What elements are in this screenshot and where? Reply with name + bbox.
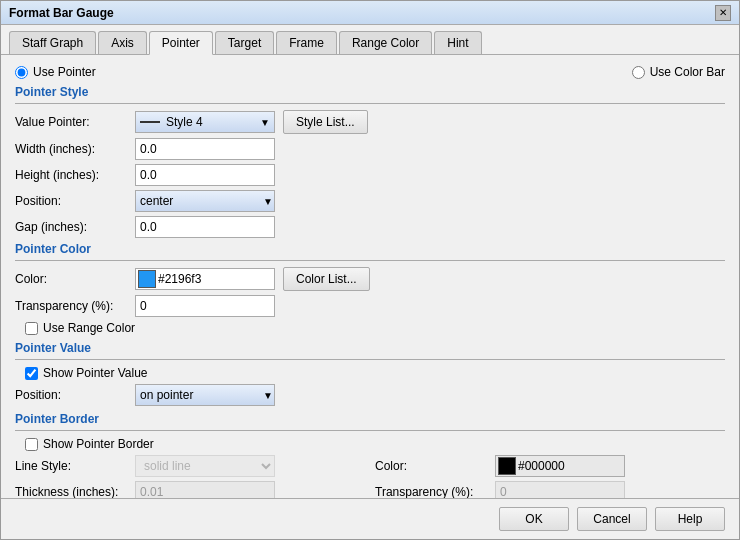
chevron-down-icon: ▼ — [260, 117, 270, 128]
tab-hint[interactable]: Hint — [434, 31, 481, 54]
show-pointer-border-checkbox[interactable] — [25, 438, 38, 451]
value-pointer-value: Style 4 — [166, 115, 203, 129]
border-section: Line Style: solid line Thickness (inches… — [15, 455, 725, 498]
thickness-input — [135, 481, 275, 498]
border-transparency-input — [495, 481, 625, 498]
pv-position-select[interactable]: on pointer above below — [135, 384, 275, 406]
dialog-footer: OK Cancel Help — [1, 498, 739, 539]
divider-2 — [15, 260, 725, 261]
width-input[interactable] — [135, 138, 275, 160]
transparency-row: Transparency (%): — [15, 295, 725, 317]
use-range-color-row: Use Range Color — [25, 321, 725, 335]
divider-1 — [15, 103, 725, 104]
border-left-col: Line Style: solid line Thickness (inches… — [15, 455, 365, 498]
show-pointer-value-row: Show Pointer Value — [25, 366, 725, 380]
use-range-color-label: Use Range Color — [43, 321, 135, 335]
border-color-input-wrapper: #000000 — [495, 455, 625, 477]
line-style-select-wrapper: solid line — [135, 455, 275, 477]
style-list-button[interactable]: Style List... — [283, 110, 368, 134]
show-pointer-value-checkbox[interactable] — [25, 367, 38, 380]
value-pointer-row: Value Pointer: Style 4 ▼ Style List... — [15, 110, 725, 134]
thickness-row: Thickness (inches): — [15, 481, 365, 498]
border-right-col: Color: #000000 Transparency (%): — [375, 455, 725, 498]
color-label: Color: — [15, 272, 135, 286]
position-label: Position: — [15, 194, 135, 208]
pv-position-select-wrapper: on pointer above below ▼ — [135, 384, 275, 406]
height-input[interactable] — [135, 164, 275, 186]
gap-row: Gap (inches): — [15, 216, 725, 238]
use-pointer-label: Use Pointer — [33, 65, 96, 79]
color-hex-value: #2196f3 — [158, 272, 272, 286]
style-preview-line — [140, 121, 160, 123]
help-button[interactable]: Help — [655, 507, 725, 531]
border-color-swatch — [498, 457, 516, 475]
use-color-bar-radio[interactable] — [632, 66, 645, 79]
dialog-title: Format Bar Gauge — [9, 6, 114, 20]
show-pointer-border-row: Show Pointer Border — [25, 437, 725, 451]
use-pointer-radio[interactable] — [15, 66, 28, 79]
ok-button[interactable]: OK — [499, 507, 569, 531]
width-row: Width (inches): — [15, 138, 725, 160]
tab-frame[interactable]: Frame — [276, 31, 337, 54]
line-style-label: Line Style: — [15, 459, 135, 473]
cancel-button[interactable]: Cancel — [577, 507, 647, 531]
close-button[interactable]: ✕ — [715, 5, 731, 21]
use-color-bar-option: Use Color Bar — [632, 65, 725, 79]
pointer-border-section-label: Pointer Border — [15, 412, 725, 426]
position-row: Position: center left right ▼ — [15, 190, 725, 212]
line-style-select: solid line — [135, 455, 275, 477]
content-area: Use Pointer Use Color Bar Pointer Style … — [1, 55, 739, 498]
pv-position-row: Position: on pointer above below ▼ — [15, 384, 725, 406]
transparency-label: Transparency (%): — [15, 299, 135, 313]
divider-4 — [15, 430, 725, 431]
color-swatch — [138, 270, 156, 288]
dialog: Format Bar Gauge ✕ Staff Graph Axis Poin… — [0, 0, 740, 540]
position-select[interactable]: center left right — [135, 190, 275, 212]
tab-range-color[interactable]: Range Color — [339, 31, 432, 54]
width-label: Width (inches): — [15, 142, 135, 156]
use-color-bar-label: Use Color Bar — [650, 65, 725, 79]
border-transparency-label: Transparency (%): — [375, 485, 495, 498]
border-color-hex-value: #000000 — [518, 459, 622, 473]
show-pointer-border-label: Show Pointer Border — [43, 437, 154, 451]
line-style-row: Line Style: solid line — [15, 455, 365, 477]
transparency-input[interactable] — [135, 295, 275, 317]
tab-pointer[interactable]: Pointer — [149, 31, 213, 55]
pointer-value-section-label: Pointer Value — [15, 341, 725, 355]
color-row: Color: #2196f3 Color List... — [15, 267, 725, 291]
position-select-wrapper: center left right ▼ — [135, 190, 275, 212]
thickness-label: Thickness (inches): — [15, 485, 135, 498]
tab-staff-graph[interactable]: Staff Graph — [9, 31, 96, 54]
pointer-style-section-label: Pointer Style — [15, 85, 725, 99]
value-pointer-select-wrapper: Style 4 ▼ — [135, 111, 275, 133]
height-row: Height (inches): — [15, 164, 725, 186]
border-color-row: Color: #000000 — [375, 455, 725, 477]
show-pointer-value-label: Show Pointer Value — [43, 366, 148, 380]
tab-axis[interactable]: Axis — [98, 31, 147, 54]
pointer-mode-row: Use Pointer Use Color Bar — [15, 65, 725, 79]
tab-target[interactable]: Target — [215, 31, 274, 54]
color-list-button[interactable]: Color List... — [283, 267, 370, 291]
border-transparency-row: Transparency (%): — [375, 481, 725, 498]
divider-3 — [15, 359, 725, 360]
use-range-color-checkbox[interactable] — [25, 322, 38, 335]
pv-position-label: Position: — [15, 388, 135, 402]
tab-bar: Staff Graph Axis Pointer Target Frame Ra… — [1, 25, 739, 55]
title-bar: Format Bar Gauge ✕ — [1, 1, 739, 25]
border-color-label: Color: — [375, 459, 495, 473]
color-input-wrapper: #2196f3 — [135, 268, 275, 290]
height-label: Height (inches): — [15, 168, 135, 182]
value-pointer-label: Value Pointer: — [15, 115, 135, 129]
pointer-color-section-label: Pointer Color — [15, 242, 725, 256]
use-pointer-option: Use Pointer — [15, 65, 96, 79]
gap-input[interactable] — [135, 216, 275, 238]
gap-label: Gap (inches): — [15, 220, 135, 234]
